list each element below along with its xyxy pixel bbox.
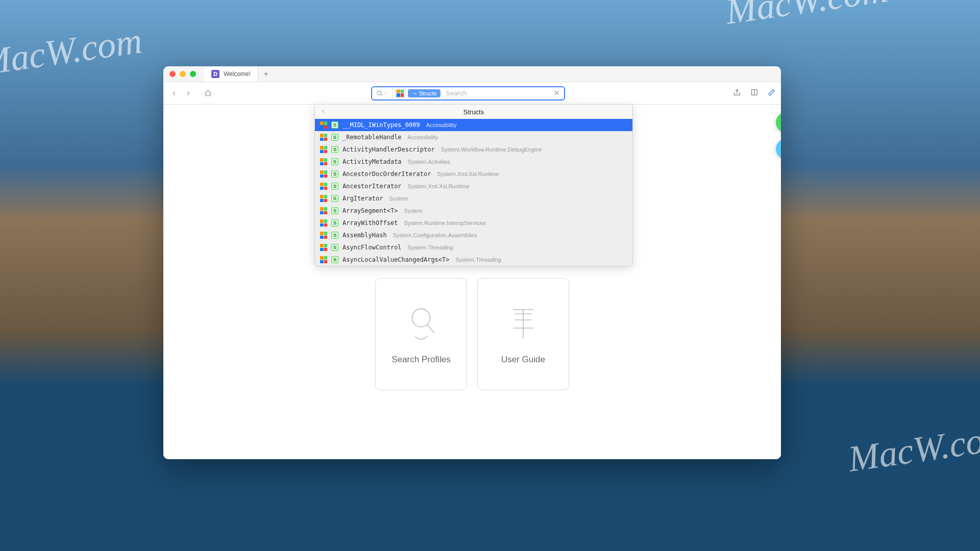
clear-search-button[interactable]: ✕ [549,88,564,98]
docset-icon [320,244,327,251]
filter-label: Structs [419,90,436,96]
dropdown-item[interactable]: SArrayWithOffsetSystem.Runtime.InteropSe… [315,217,632,229]
back-button[interactable] [168,88,180,99]
dropdown-item[interactable]: SActivityMetadataSystem.Activities [315,156,632,168]
struct-icon: S [331,183,338,190]
docset-icon [320,195,327,202]
docset-icon [320,158,327,165]
item-namespace: System.Threading [456,257,501,263]
filter-grid-icon[interactable] [395,89,406,98]
tab-app-icon: D [211,70,219,78]
tab-title: Welcome! [224,70,251,78]
card-user-guide[interactable]: User Guide [477,278,569,390]
struct-icon: S [331,121,338,129]
dropdown-item[interactable]: SArraySegment<T>System [315,205,632,217]
bookmark-icon[interactable] [750,88,758,98]
item-namespace: System [404,208,423,214]
item-namespace: System.Threading [408,244,453,251]
item-namespace: System.Xml.Xsl.Runtime [437,171,499,177]
dropdown-back-button[interactable] [320,108,326,116]
dropdown-item[interactable]: SAssemblyHashSystem.Configuration.Assemb… [315,229,632,241]
item-namespace: System.Activities [408,159,450,165]
docset-icon [320,183,327,190]
maximize-button[interactable] [190,71,196,77]
struct-icon: S [331,158,338,165]
item-name: AncestorIterator [342,183,402,190]
close-button[interactable] [169,71,176,77]
svg-point-0 [377,91,381,95]
docset-icon [320,256,327,263]
item-namespace: System.Configuration.Assemblies [393,232,477,238]
struct-icon: S [331,232,338,239]
struct-icon: S [331,195,338,202]
content-area: Search Profiles User Guide Structs S__MI… [163,105,781,459]
fab-support[interactable] [776,139,781,159]
item-name: AncestorDocOrderIterator [342,170,431,178]
title-bar: D Welcome! + [163,66,781,82]
docset-icon [320,146,327,153]
item-name: ArgIterator [342,195,383,202]
docset-icon [320,134,327,141]
edit-icon[interactable] [768,88,776,98]
floating-buttons: + [776,112,781,159]
item-namespace: Accessibility [408,134,438,140]
struct-icon: S [331,134,338,141]
item-name: AssemblyHash [342,232,387,239]
dropdown-item[interactable]: SAsyncLocalValueChangedArgs<T>System.Thr… [315,254,632,266]
struct-icon: S [331,244,338,251]
item-name: ActivityMetadata [342,158,402,165]
dropdown-item[interactable]: SActivityHandlerDescriptorSystem.Workflo… [315,143,632,156]
item-namespace: System.Xml.Xsl.Runtime [408,183,470,189]
dropdown-item[interactable]: SAncestorDocOrderIteratorSystem.Xml.Xsl.… [315,168,632,180]
svg-point-1 [412,309,430,327]
search-field[interactable]: → Structs ✕ [371,86,565,101]
item-name: ArrayWithOffset [342,219,398,227]
new-tab-button[interactable]: + [258,66,274,82]
item-namespace: System.Workflow.Runtime.DebugEngine [441,146,542,153]
struct-icon: S [331,207,338,214]
dropdown-header: Structs [315,105,632,119]
item-namespace: System.Runtime.InteropServices [404,220,485,226]
item-namespace: System [389,195,408,202]
item-name: __MIDL_IWinTypes_0009 [342,121,420,129]
item-namespace: Accessibility [426,122,457,128]
docset-icon [320,121,327,129]
struct-icon: S [331,219,338,227]
traffic-lights [169,71,196,77]
docset-icon [320,207,327,214]
dropdown-list: S__MIDL_IWinTypes_0009AccessibilityS_Rem… [315,119,632,266]
item-name: ActivityHandlerDescriptor [342,146,435,153]
forward-button[interactable] [183,88,194,99]
item-name: ArraySegment<T> [342,207,398,214]
toolbar: → Structs ✕ [163,82,781,105]
docset-icon [320,232,327,239]
dropdown-item[interactable]: SAsyncFlowControlSystem.Threading [315,241,632,254]
card-label: Search Profiles [391,355,450,365]
quick-cards: Search Profiles User Guide [375,278,569,390]
struct-icon: S [331,256,338,263]
dropdown-title: Structs [463,108,484,116]
filter-structs-pill[interactable]: → Structs [408,89,440,97]
minimize-button[interactable] [180,71,186,77]
dropdown-item[interactable]: S_RemotableHandleAccessibility [315,131,632,143]
docset-icon [320,219,327,227]
share-icon[interactable] [733,88,741,98]
docset-icon [320,170,327,178]
tab-bar: D Welcome! + [204,66,274,82]
item-name: _RemotableHandle [342,134,402,141]
app-window: D Welcome! + [163,66,781,459]
item-name: AsyncFlowControl [342,244,402,251]
dropdown-item[interactable]: SAncestorIteratorSystem.Xml.Xsl.Runtime [315,180,632,192]
search-icon[interactable] [372,87,393,99]
search-input[interactable] [443,87,549,99]
struct-icon: S [331,170,338,178]
tab-welcome[interactable]: D Welcome! [204,66,258,82]
item-name: AsyncLocalValueChangedArgs<T> [342,256,450,263]
search-dropdown: Structs S__MIDL_IWinTypes_0009Accessibil… [314,105,633,266]
home-button[interactable] [202,88,213,99]
dropdown-item[interactable]: S__MIDL_IWinTypes_0009Accessibility [315,119,632,131]
dropdown-item[interactable]: SArgIteratorSystem [315,192,632,205]
card-label: User Guide [501,355,545,365]
card-search-profiles[interactable]: Search Profiles [375,278,467,390]
fab-add[interactable]: + [776,112,781,133]
